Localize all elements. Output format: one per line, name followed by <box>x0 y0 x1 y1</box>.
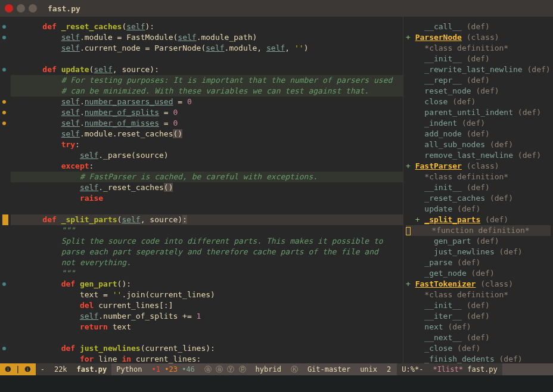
code-line[interactable]: def _split_parts(self, source): <box>11 214 403 225</box>
code-line[interactable]: self.module = FastModule(self.module_pat… <box>11 32 403 43</box>
fold-marker-icon[interactable] <box>2 347 6 350</box>
code-line[interactable]: def gen_part(): <box>11 279 403 290</box>
window-title: fast.py <box>48 4 80 13</box>
code-line[interactable]: self.number_of_misses = 0 <box>11 118 403 129</box>
outline-item[interactable]: + FastParser (class) <box>406 161 551 172</box>
outline-item[interactable]: next (def) <box>406 322 551 332</box>
outline-item[interactable]: all_sub_nodes (def) <box>406 139 551 150</box>
outline-item[interactable]: _reset_caches (def) <box>406 193 551 204</box>
status-errors: •1 •23 •46 <box>147 363 200 375</box>
outline-item[interactable]: _parse (def) <box>406 257 551 268</box>
outline-item[interactable]: remove_last_newline (def) <box>406 150 551 161</box>
outline-sidebar[interactable]: __call__ (def)+ ParserNode (class) *clas… <box>403 17 553 363</box>
outline-item[interactable]: gen_part (def) <box>406 236 551 247</box>
outline-item[interactable]: __iter__ (def) <box>406 311 551 322</box>
fold-marker-icon[interactable] <box>2 68 6 71</box>
code-line[interactable]: def just_newlines(current_lines): <box>11 343 403 354</box>
code-line[interactable]: for line in current_lines: <box>11 354 403 363</box>
code-line[interactable]: self._reset_caches() <box>11 182 403 193</box>
code-line[interactable]: raise <box>11 193 403 204</box>
outline-item[interactable]: __repr__ (def) <box>406 75 551 86</box>
code-line[interactable]: self.number_of_splits += 1 <box>11 311 403 322</box>
code-line[interactable]: def update(self, source): <box>11 64 403 75</box>
code-line[interactable]: del current_lines[:] <box>11 300 403 311</box>
status-k: Ⓚ <box>286 363 303 375</box>
code-line[interactable]: try: <box>11 139 403 150</box>
outline-item[interactable]: __init__ (def) <box>406 300 551 311</box>
status-dash: - <box>36 363 49 375</box>
outline-item[interactable]: update (def) <box>406 204 551 214</box>
outline-item[interactable]: *function definition* <box>406 225 551 236</box>
status-pct: 2 <box>382 363 396 375</box>
code-line[interactable]: # FastParser is cached, be careful with … <box>11 172 403 182</box>
outline-item[interactable]: + ParserNode (class) <box>406 32 551 43</box>
outline-item[interactable]: __next__ (def) <box>406 332 551 343</box>
outline-item[interactable]: *class definition* <box>406 172 551 182</box>
code-line[interactable]: def _reset_caches(self): <box>11 21 403 32</box>
outline-item[interactable]: _indent (def) <box>406 118 551 129</box>
cursor-line-marker[interactable] <box>2 214 8 225</box>
code-line[interactable]: parse each part seperately and therefore… <box>11 247 403 257</box>
status-minor-modes: ⓐ ⓐ ⓨ ⓟ <box>200 363 251 375</box>
code-editor[interactable]: def _reset_caches(self): self.module = F… <box>0 17 403 363</box>
outline-item[interactable]: reset_node (def) <box>406 86 551 97</box>
status-right-mode: *Ilist* fast.py <box>428 363 502 375</box>
status-right-mod: U:%*- <box>397 363 428 375</box>
code-line[interactable]: # For testing purposes: It is important … <box>11 75 403 86</box>
status-filename[interactable]: fast.py <box>72 363 112 375</box>
code-content[interactable]: def _reset_caches(self): self.module = F… <box>11 17 403 363</box>
code-line[interactable]: not everything. <box>11 257 403 268</box>
outline-item[interactable]: just_newlines (def) <box>406 247 551 257</box>
status-hybrid: hybrid <box>251 363 286 375</box>
code-line[interactable]: except: <box>11 161 403 172</box>
outline-item[interactable]: __call__ (def) <box>406 21 551 32</box>
outline-item[interactable]: + FastTokenizer (class) <box>406 279 551 290</box>
code-line[interactable]: self._parse(source) <box>11 150 403 161</box>
outline-item[interactable]: close (def) <box>406 97 551 107</box>
outline-item[interactable]: _finish_dedents (def) <box>406 354 551 363</box>
code-line[interactable] <box>11 204 403 214</box>
code-line[interactable]: return text <box>11 322 403 332</box>
outline-item[interactable]: *class definition* <box>406 43 551 54</box>
fold-marker-icon[interactable] <box>2 282 6 286</box>
outline-item[interactable]: add_node (def) <box>406 129 551 139</box>
fold-marker-icon[interactable] <box>2 25 6 29</box>
outline-item[interactable]: __init__ (def) <box>406 54 551 64</box>
code-line[interactable]: self.number_parsers_used = 0 <box>11 97 403 107</box>
fold-marker-icon[interactable] <box>2 36 6 39</box>
code-line[interactable] <box>11 54 403 64</box>
code-line[interactable]: Split the source code into different par… <box>11 236 403 247</box>
minibuffer[interactable] <box>0 375 553 392</box>
outline-item[interactable]: + _split_parts (def) <box>406 214 551 225</box>
code-line[interactable]: """ <box>11 225 403 236</box>
status-encoding: unix <box>355 363 382 375</box>
fold-marker-icon[interactable] <box>2 100 6 104</box>
code-line[interactable]: text = ''.join(current_lines) <box>11 290 403 300</box>
status-mode[interactable]: Python <box>111 363 147 375</box>
status-bar: ❶ | ❶ - 22k fast.py Python •1 •23 •46 ⓐ … <box>0 363 553 375</box>
outline-item[interactable]: parent_until_indent (def) <box>406 107 551 118</box>
outline-item[interactable]: _get_node (def) <box>406 268 551 279</box>
code-line[interactable]: # can be minimized. With these variables… <box>11 86 403 97</box>
code-line[interactable]: self.current_node = ParserNode(self.modu… <box>11 43 403 54</box>
outline-item[interactable]: __init__ (def) <box>406 182 551 193</box>
status-size: 22k <box>49 363 72 375</box>
status-git[interactable]: Git-master <box>303 363 355 375</box>
code-line[interactable]: """ <box>11 268 403 279</box>
code-line[interactable]: self.number_of_splits = 0 <box>11 107 403 118</box>
code-line[interactable]: self.module.reset_caches() <box>11 129 403 139</box>
fold-marker-icon[interactable] <box>2 122 6 125</box>
maximize-icon[interactable] <box>29 4 37 13</box>
outline-item[interactable]: _rewrite_last_newline (def) <box>406 64 551 75</box>
main-area: def _reset_caches(self): self.module = F… <box>0 17 553 363</box>
code-line[interactable] <box>11 332 403 343</box>
close-icon[interactable] <box>5 4 13 13</box>
fold-marker-icon[interactable] <box>2 111 6 114</box>
outline-cursor-icon <box>406 227 411 235</box>
window-titlebar: fast.py <box>0 0 553 17</box>
outline-item[interactable]: _close (def) <box>406 343 551 354</box>
outline-item[interactable]: *class definition* <box>406 290 551 300</box>
minimize-icon[interactable] <box>17 4 25 13</box>
status-warnings[interactable]: ❶ | ❶ <box>0 363 36 375</box>
